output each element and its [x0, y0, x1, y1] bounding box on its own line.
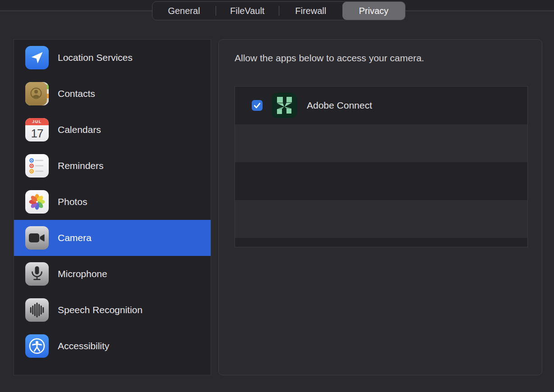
camera-allow-checkbox[interactable] — [252, 100, 263, 111]
sidebar-item-label: Accessibility — [58, 341, 109, 351]
tab-privacy[interactable]: Privacy — [342, 2, 406, 20]
sidebar-item-photos[interactable]: Photos — [14, 184, 211, 220]
allowed-apps-list: Adobe Connect — [235, 86, 528, 247]
sidebar-item-label: Reminders — [58, 160, 104, 171]
sidebar-item-label: Microphone — [58, 269, 107, 279]
accessibility-icon — [25, 334, 49, 358]
camera-icon — [25, 226, 49, 250]
sidebar-item-label: Location Services — [58, 52, 133, 63]
sidebar-item-label: Calendars — [58, 124, 101, 135]
sidebar-item-camera[interactable]: Camera — [14, 220, 211, 256]
contacts-icon — [25, 82, 49, 105]
empty-list-row — [235, 200, 527, 238]
camera-permissions-panel: Allow the apps below to access your came… — [218, 39, 542, 375]
sidebar-item-contacts[interactable]: Contacts — [14, 76, 211, 112]
empty-list-row — [235, 124, 527, 162]
sidebar-item-calendars[interactable]: JUL 17 Calendars — [14, 112, 211, 148]
tab-firewall[interactable]: Firewall — [279, 2, 342, 20]
app-name-label: Adobe Connect — [307, 100, 372, 111]
speech-recognition-icon — [25, 298, 49, 322]
sidebar-item-label: Contacts — [58, 88, 95, 99]
tab-bar: General FileVault Firewall Privacy — [152, 1, 406, 20]
tab-general[interactable]: General — [152, 2, 216, 20]
calendar-month-label: JUL — [25, 118, 49, 125]
microphone-icon — [25, 262, 49, 286]
sidebar-item-location-services[interactable]: Location Services — [14, 40, 211, 76]
sidebar-item-reminders[interactable]: Reminders — [14, 148, 211, 184]
sidebar-item-microphone[interactable]: Microphone — [14, 256, 211, 292]
security-privacy-window: General FileVault Firewall Privacy Locat… — [0, 0, 554, 392]
empty-list-row — [235, 238, 527, 247]
empty-list-row — [235, 162, 527, 200]
photos-icon — [25, 190, 49, 214]
sidebar-item-speech-recognition[interactable]: Speech Recognition — [14, 292, 211, 328]
reminders-icon — [25, 154, 49, 178]
checkmark-icon — [252, 100, 263, 111]
app-row-adobe-connect[interactable]: Adobe Connect — [235, 87, 527, 124]
privacy-sidebar: Location Services Contacts — [14, 39, 211, 375]
tab-filevault[interactable]: FileVault — [216, 2, 279, 20]
panel-description: Allow the apps below to access your came… — [235, 53, 424, 64]
calendar-day-label: 17 — [25, 125, 49, 141]
sidebar-item-label: Speech Recognition — [58, 305, 143, 315]
sidebar-item-label: Photos — [58, 196, 87, 207]
calendars-icon: JUL 17 — [25, 118, 49, 141]
sidebar-item-accessibility[interactable]: Accessibility — [14, 328, 211, 364]
adobe-connect-icon — [272, 93, 297, 118]
sidebar-item-label: Camera — [58, 232, 92, 243]
location-services-icon — [25, 46, 49, 69]
